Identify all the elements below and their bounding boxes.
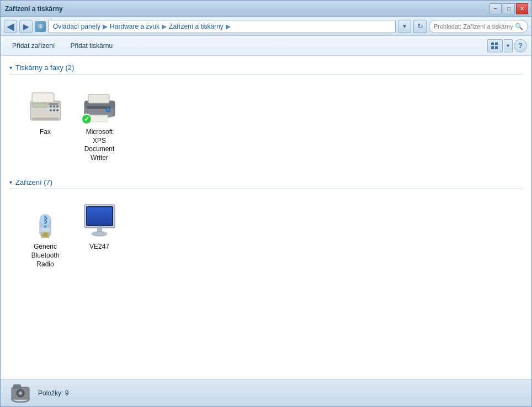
devices-divider [9,189,523,189]
fax-label: Fax [40,128,51,137]
svg-rect-1 [495,42,498,45]
devices-grid: ᛒ GenericBluetooth Radio [9,194,523,281]
grid-icon [491,42,499,49]
svg-point-30 [44,226,46,228]
status-text: Položky: 9 [38,389,68,397]
help-button[interactable]: ? [514,39,527,52]
search-icon[interactable]: 🔍 [515,23,523,30]
devices-arrow: ▾ [9,179,12,185]
svg-rect-39 [13,384,21,389]
svg-rect-8 [49,103,58,105]
svg-rect-27 [42,233,48,237]
bluetooth-device[interactable]: ᛒ GenericBluetooth Radio [20,198,70,272]
close-button[interactable]: ✕ [516,3,528,14]
svg-rect-15 [33,103,46,108]
svg-point-12 [50,109,52,111]
printers-grid: Fax [9,79,523,175]
address-bar: ◀ ▶ ⊞ Ovládací panely ▶ Hardware a zvuk … [1,17,531,36]
add-printer-button[interactable]: Přidat tiskárnu [63,38,120,53]
svg-rect-33 [87,207,112,225]
main-content: ▾ Tiskárny a faxy (2) [1,56,531,379]
svg-rect-16 [32,117,59,120]
svg-point-21 [106,108,110,112]
xps-label: Microsoft XPSDocument Writer [78,128,120,162]
printers-arrow: ▾ [9,65,12,71]
ve247-label: VE247 [89,243,109,251]
default-badge: ✓ [81,114,92,125]
svg-text:ᛒ: ᛒ [43,216,49,225]
printers-section-header[interactable]: ▾ Tiskárny a faxy (2) [9,60,523,74]
toolbar: Přidat zařízení Přidat tiskárnu ▼ ? [1,36,531,56]
svg-rect-3 [495,46,498,49]
address-path[interactable]: Ovládací panely ▶ Hardware a zvuk ▶ Zaří… [48,20,396,33]
back-button[interactable]: ◀ [4,20,17,33]
bluetooth-icon: ᛒ [26,202,65,240]
view-controls: ▼ [487,39,513,52]
svg-point-9 [50,105,52,108]
svg-rect-7 [33,94,53,101]
ve247-device[interactable]: VE247 [75,198,124,272]
devices-section-header[interactable]: ▾ Zařízení (7) [9,175,523,189]
svg-point-10 [53,105,55,108]
fax-icon [26,87,65,126]
title-bar: Zařízení a tiskárny − □ ✕ [1,1,531,17]
minimize-button[interactable]: − [490,3,502,14]
view-dropdown-button[interactable]: ▼ [504,39,513,52]
svg-point-14 [56,109,58,111]
status-bar: Položky: 9 [1,379,531,406]
xps-device[interactable]: ✓ Microsoft XPSDocument Writer [75,83,124,166]
path-devices[interactable]: Zařízení a tiskárny [169,23,224,30]
svg-point-42 [19,392,22,394]
search-input[interactable] [434,23,513,30]
address-dropdown-button[interactable]: ▼ [398,20,411,33]
maximize-button[interactable]: □ [503,3,515,14]
svg-point-37 [98,226,100,227]
printers-divider [9,74,523,74]
printers-section-title: Tiskárny a faxy (2) [15,63,74,72]
search-box: 🔍 [429,20,528,33]
svg-rect-19 [88,94,109,103]
forward-button[interactable]: ▶ [19,20,33,33]
main-window: Zařízení a tiskárny − □ ✕ ◀ ▶ ⊞ Ovládací… [0,0,532,407]
svg-rect-36 [92,232,107,235]
path-hardware[interactable]: Hardware a zvuk [110,23,159,30]
add-device-button[interactable]: Přidat zařízení [5,38,62,53]
svg-point-11 [56,105,58,108]
refresh-button[interactable]: ↻ [413,20,427,33]
path-controlpanel[interactable]: Ovládací panely [53,23,100,30]
window-controls: − □ ✕ [490,3,528,14]
ve247-icon [80,202,119,240]
svg-point-13 [53,109,55,111]
view-button[interactable] [487,39,503,52]
window-title: Zařízení a tiskárny [5,5,63,13]
xps-icon: ✓ [80,87,119,126]
location-icon: ⊞ [35,21,46,32]
status-icon [9,382,31,404]
svg-rect-0 [491,42,494,45]
devices-section-title: Zařízení (7) [15,178,52,186]
fax-device[interactable]: Fax [20,83,70,166]
svg-rect-2 [491,46,494,49]
bluetooth-label: GenericBluetooth Radio [24,243,66,269]
